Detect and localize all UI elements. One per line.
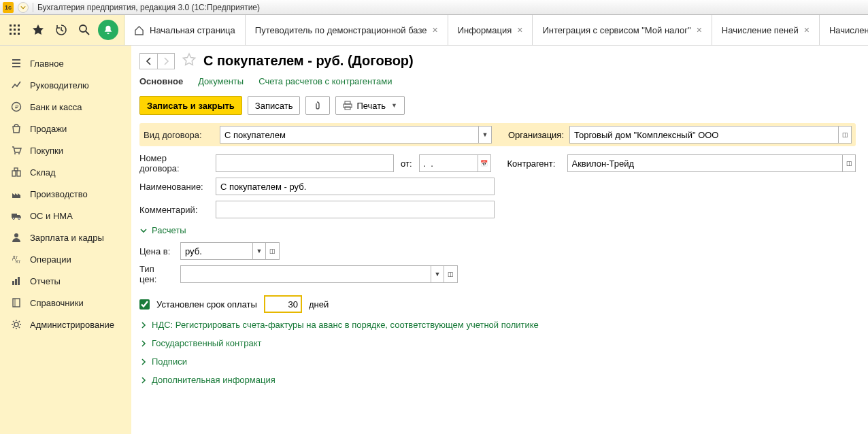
apps-icon[interactable]	[5, 20, 24, 39]
tab-item-4[interactable]: Начисление пеней	[820, 15, 868, 45]
warehouse-icon	[11, 167, 22, 178]
name-input[interactable]	[216, 178, 495, 195]
expander-calculations[interactable]: Расчеты	[139, 221, 856, 239]
tab-item-2[interactable]: Интеграция с сервисом "Мой налог"×	[533, 15, 712, 45]
svg-rect-7	[14, 33, 16, 35]
print-button[interactable]: Печать▼	[335, 96, 405, 115]
contract-type-label: Вид договора:	[144, 130, 213, 140]
payment-term-checkbox[interactable]	[139, 299, 150, 310]
sidebar-item-bank[interactable]: ₽Банк и касса	[0, 96, 131, 118]
counterparty-input[interactable]	[567, 154, 842, 172]
contract-type-input[interactable]	[220, 126, 478, 144]
row-contract-type: Вид договора: ▼ Организация: ◫	[139, 123, 856, 146]
open-icon[interactable]: ◫	[444, 265, 458, 283]
search-icon[interactable]	[75, 20, 94, 39]
row-price-in: Цена в: ▼ ◫	[139, 239, 856, 263]
nav-forward-button[interactable]	[157, 53, 175, 69]
calendar-icon[interactable]: 📅	[478, 154, 491, 172]
factory-icon	[11, 188, 22, 199]
sidebar-item-main[interactable]: Главное	[0, 52, 131, 74]
svg-text:Кт: Кт	[16, 259, 21, 264]
payment-term-days-input[interactable]	[264, 295, 302, 313]
svg-rect-0	[10, 24, 12, 27]
close-icon[interactable]: ×	[697, 24, 702, 35]
sidebar-item-hr[interactable]: Зарплата и кадры	[0, 227, 131, 248]
organization-label: Организация:	[508, 130, 564, 140]
price-in-label: Цена в:	[139, 246, 173, 256]
separator	[33, 3, 33, 12]
expander-gov-contract[interactable]: Государственный контракт	[139, 334, 856, 352]
comment-input[interactable]	[216, 201, 495, 218]
save-and-close-button[interactable]: Записать и закрыть	[139, 96, 242, 115]
menu-icon	[11, 58, 22, 69]
app-menu-dropdown[interactable]	[18, 2, 29, 13]
subtab-accounts[interactable]: Счета расчетов с контрагентами	[258, 76, 392, 86]
tab-home[interactable]: Начальная страница	[124, 15, 246, 45]
close-icon[interactable]: ×	[517, 24, 522, 35]
notifications-bell-icon[interactable]	[98, 20, 118, 40]
sidebar-item-catalogs[interactable]: Справочники	[0, 292, 131, 314]
tab-item-0[interactable]: Путеводитель по демонстрационной базе×	[246, 15, 448, 45]
expander-nds[interactable]: НДС: Регистрировать счета-фактуры на ава…	[139, 316, 856, 334]
svg-rect-8	[18, 33, 20, 35]
sidebar-item-sales[interactable]: Продажи	[0, 118, 131, 139]
sidebar-item-warehouse[interactable]: Склад	[0, 161, 131, 183]
svg-rect-18	[12, 214, 17, 218]
row-name: Наименование:	[139, 175, 856, 198]
tab-item-1[interactable]: Информация×	[448, 15, 533, 45]
row-price-type: Тип цен: ▼ ◫	[139, 263, 856, 286]
favorite-star-icon[interactable]	[182, 52, 197, 69]
name-label: Наименование:	[139, 182, 209, 192]
page-header: С покупателем - руб. (Договор)	[139, 52, 856, 69]
number-input[interactable]	[216, 154, 394, 172]
star-icon[interactable]	[29, 20, 48, 39]
chevron-down-icon: ▼	[391, 102, 397, 109]
open-icon[interactable]: ◫	[266, 242, 280, 260]
organization-input[interactable]	[569, 126, 838, 144]
svg-rect-1	[14, 24, 16, 27]
expander-signatures[interactable]: Подписи	[139, 352, 856, 371]
person-icon	[11, 232, 22, 243]
sidebar-item-ops[interactable]: ДтКтОперации	[0, 248, 131, 270]
cart-icon	[11, 145, 22, 156]
days-label: дней	[309, 299, 329, 310]
subtab-documents[interactable]: Документы	[198, 76, 244, 86]
nav-back-button[interactable]	[139, 53, 157, 69]
save-button[interactable]: Записать	[248, 96, 301, 115]
chart-icon	[11, 80, 22, 90]
svg-rect-30	[345, 101, 350, 104]
expander-extra[interactable]: Дополнительная информация	[139, 371, 856, 389]
sidebar-item-assets[interactable]: ОС и НМА	[0, 205, 131, 227]
sidebar-item-production[interactable]: Производство	[0, 183, 131, 205]
sidebar-item-reports[interactable]: Отчеты	[0, 270, 131, 292]
sidebar-item-manager[interactable]: Руководителю	[0, 74, 131, 96]
dropdown-icon[interactable]: ▼	[478, 126, 492, 144]
sidebar-item-purchases[interactable]: Покупки	[0, 139, 131, 161]
dropdown-icon[interactable]: ▼	[252, 242, 266, 260]
report-icon	[11, 276, 22, 286]
dropdown-icon[interactable]: ▼	[431, 265, 444, 283]
close-icon[interactable]: ×	[432, 24, 437, 35]
from-label: от:	[401, 158, 412, 169]
attach-button[interactable]	[305, 96, 330, 115]
close-icon[interactable]: ×	[804, 24, 809, 35]
open-icon[interactable]: ◫	[838, 126, 852, 144]
open-icon[interactable]: ◫	[842, 154, 856, 172]
date-input[interactable]	[419, 154, 478, 172]
svg-rect-16	[17, 171, 20, 176]
sidebar-item-admin[interactable]: Администрирование	[0, 314, 131, 335]
price-type-input[interactable]	[180, 265, 431, 283]
svg-point-20	[18, 218, 20, 220]
top-bar: Начальная страница Путеводитель по демон…	[0, 15, 868, 46]
price-in-input[interactable]	[180, 242, 252, 260]
tab-item-3[interactable]: Начисление пеней×	[712, 15, 820, 45]
sub-tabs: Основное Документы Счета расчетов с конт…	[139, 76, 856, 86]
svg-rect-6	[10, 33, 12, 35]
row-number: Номер договора: от: 📅 Контрагент: ◫	[139, 152, 856, 175]
history-icon[interactable]	[52, 20, 71, 39]
ops-icon: ДтКт	[11, 254, 22, 265]
svg-rect-27	[13, 299, 20, 307]
subtab-main[interactable]: Основное	[139, 76, 183, 86]
comment-label: Комментарий:	[139, 205, 209, 215]
svg-rect-5	[18, 29, 20, 31]
